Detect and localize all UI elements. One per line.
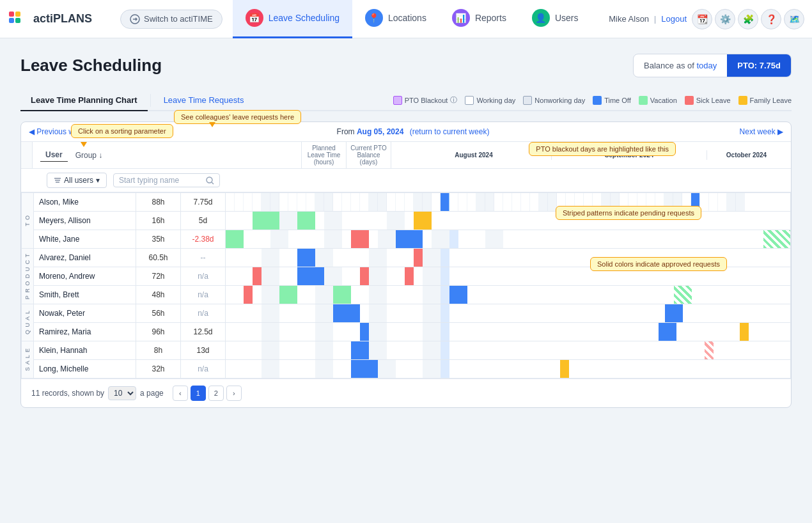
cal-day [458,193,467,211]
all-users-filter[interactable]: All users ▾ [47,173,107,188]
cal-day-weekend [324,193,333,211]
sort-group-button[interactable]: Group ↓ [75,151,103,160]
cal-row-meyers [226,212,791,230]
legend-nonworking-icon [523,96,532,105]
table-row: Q U A L Nowak, Peter 56h n/a [22,304,791,323]
cal-day-weekend [602,193,611,211]
timeoff-bar [458,286,467,304]
location-icon-btn[interactable]: 🗺️ [784,9,804,29]
prev-week-link[interactable]: ◀ Previous week [29,127,86,136]
today-area [441,360,449,378]
pto-info-icon[interactable]: ⓘ [450,95,457,105]
legend-sick-leave: Sick Leave [685,96,731,105]
september-header: September 2024 [552,150,707,160]
prev-page-button[interactable]: ‹ [173,386,188,401]
page-title: Leave Scheduling [20,56,162,75]
app-logo-icon [8,9,28,29]
cal-day [235,193,244,211]
search-box[interactable] [113,173,220,187]
family-bar [414,212,423,230]
page-2-button[interactable]: 2 [208,386,224,401]
cal-row-nowak [226,304,791,323]
today-link[interactable]: today [696,61,717,70]
nav-item-reports[interactable]: 📊 Reports [439,0,519,38]
nav-item-locations[interactable]: 📍 Locations [352,0,439,38]
cal-day [566,193,575,211]
legend-vacation: Vacation [639,96,677,105]
timeoff-bar [306,267,315,285]
cal-cell-row0 [226,193,791,212]
cal-day [512,193,521,211]
cal-day-weekend [476,193,485,211]
sort-user-button[interactable]: User [40,148,68,162]
cal-day [637,193,646,211]
cal-row-ramirez [226,323,791,341]
timeoff-bar [315,267,324,285]
planned-cell: 96h [136,323,181,341]
cal-day [432,193,441,211]
cal-day [244,193,253,211]
today-area [449,230,458,248]
nav-item-users[interactable]: 👤 Users [519,0,591,38]
cal-day [575,193,584,211]
next-page-button[interactable]: › [226,386,242,401]
page-1-button[interactable]: 1 [191,386,206,401]
legend-timeoff-icon [593,96,602,105]
balance-box: Balance as of today PTO: 7.75d [633,54,792,77]
help-icon-btn[interactable]: ❓ [761,9,781,29]
cal-day [709,193,718,211]
family-bar [740,323,749,341]
svg-point-8 [207,177,212,183]
vacation-stripe [674,286,692,304]
sick-stripe [705,341,714,359]
table-row: Ramirez, Maria 96h 12.5d [22,323,791,341]
planned-cell: 35h [136,230,181,249]
tab-leave-requests[interactable]: Leave Time Requests [153,90,254,110]
pto-cell: n/a [181,360,226,379]
switch-to-actitime-button[interactable]: Switch to actiTIME [120,10,223,29]
vacation-bar [342,286,351,304]
cal-day-weekend [539,193,548,211]
return-current-week-link[interactable]: (return to current week) [410,127,490,136]
per-page-select[interactable]: 10 20 50 [108,386,136,400]
timeoff-bar [297,249,306,267]
tab-planning-chart[interactable]: Leave Time Planning Chart [20,90,148,111]
pto-cell: n/a [181,304,226,323]
cal-row-klein [226,341,791,360]
legend-family-leave: Family Leave [738,96,792,105]
vacation-bar [226,230,244,248]
calendar-navigation: ◀ Previous week From Aug 05, 2024 (retur… [21,122,791,142]
sort-filter-area: Click on a sorting parameter User Group … [33,142,301,168]
filter-row: All users ▾ [21,169,791,192]
logout-link[interactable]: Logout [661,14,687,24]
vacation-bar [288,286,297,304]
group-cell-qual: Q U A L [22,304,34,341]
user-name-cell: Nowak, Peter [34,304,136,323]
pto-cell: 7.75d [181,193,226,212]
table-row: T O Alson, Mike 88h 7.75d [22,193,791,212]
pto-cell: n/a [181,286,226,304]
cal-day [226,193,235,211]
table-row: Meyers, Allison 16h 5d [22,212,791,230]
planning-table: T O Alson, Mike 88h 7.75d [21,192,791,379]
timeoff-bar [665,304,674,322]
timeoff-bar [360,360,369,378]
user-name-cell: Alson, Mike [34,193,136,212]
reports-nav-icon: 📊 [452,9,470,27]
group-cell-sale: S A L E [22,341,34,379]
calendar-icon-btn[interactable]: 📆 [692,9,712,29]
group-col-header [21,142,33,168]
puzzle-icon-btn[interactable]: 🧩 [738,9,758,29]
pto-cell-dash: -- [181,249,226,267]
svg-rect-2 [9,18,14,23]
nav-item-leave[interactable]: 📅 Leave Scheduling [233,0,352,38]
timeoff-bar [306,249,315,267]
cal-row-long [226,360,791,379]
logo-area: actiPLANS [8,9,110,29]
settings-icon-btn[interactable]: ⚙️ [715,9,735,29]
next-week-link[interactable]: Next week ▶ [740,127,783,136]
today-area [441,267,449,285]
cal-day-weekend [611,193,620,211]
search-input[interactable] [119,176,202,185]
cal-day-weekend [262,193,270,211]
